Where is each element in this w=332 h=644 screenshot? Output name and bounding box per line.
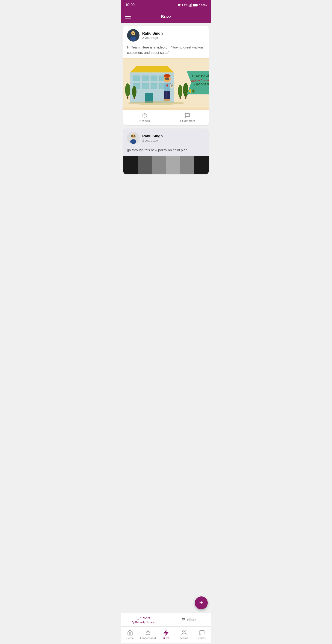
chats-icon [199, 630, 205, 636]
sort-button[interactable]: Sort By Recently Updated [121, 613, 166, 626]
svg-point-35 [164, 74, 170, 78]
sort-sublabel: By Recently Updated [132, 621, 156, 624]
svg-rect-44 [170, 84, 173, 88]
nav-item-leaderboard[interactable]: Leaderboard [139, 627, 157, 642]
wifi-icon [177, 4, 181, 7]
svg-rect-6 [197, 4, 198, 6]
status-bar: 10:00 LTE 100% [121, 0, 211, 10]
comment-icon [185, 113, 190, 118]
nav-item-teams[interactable]: Teams [175, 627, 193, 642]
svg-rect-45 [170, 83, 171, 84]
svg-point-29 [178, 85, 182, 97]
nav-item-home[interactable]: Home [121, 627, 139, 642]
comments-stat[interactable]: 1 Comment [166, 110, 209, 126]
fab-plus-icon: + [199, 599, 203, 606]
svg-rect-41 [167, 91, 170, 100]
svg-point-68 [184, 619, 185, 620]
post-author-2: RahulSingh [142, 134, 163, 138]
svg-point-74 [184, 630, 186, 632]
svg-rect-2 [190, 4, 191, 7]
post-text-1: Hi Team, Here is a video on "How to gree… [123, 44, 209, 58]
svg-rect-26 [127, 96, 128, 98]
svg-rect-32 [185, 96, 186, 98]
nav-item-chats[interactable]: Chats [193, 627, 211, 642]
svg-point-25 [125, 83, 131, 96]
views-count: 2 Views [140, 119, 150, 122]
svg-rect-5 [193, 4, 197, 6]
svg-text:& BOOST SALES: & BOOST SALES [193, 82, 209, 86]
comments-count: 1 Comment [179, 119, 195, 122]
home-icon [127, 630, 133, 636]
post-time-1: 2 years ago [142, 36, 163, 40]
status-icons: LTE 100% [177, 4, 207, 7]
menu-button[interactable] [125, 15, 131, 18]
svg-rect-30 [179, 97, 181, 99]
filter-button[interactable]: Filter [166, 613, 211, 626]
leaderboard-icon [145, 630, 151, 636]
svg-point-73 [183, 630, 184, 632]
post-text-2: go through this new policy on child plan [123, 147, 209, 156]
filter-label: Filter [187, 618, 196, 622]
svg-marker-15 [130, 66, 173, 72]
eye-icon [142, 113, 147, 118]
teams-icon [181, 630, 187, 636]
svg-point-55 [144, 115, 145, 116]
svg-marker-72 [164, 630, 168, 635]
post-time-2: 2 years ago [142, 139, 163, 142]
svg-rect-22 [151, 83, 157, 89]
svg-rect-28 [134, 97, 135, 99]
svg-rect-17 [142, 76, 149, 81]
page-title: Buzz [161, 14, 171, 20]
post-author-1: RahulSingh [142, 32, 163, 36]
sort-icon [137, 616, 142, 620]
nav-label-buzz: Buzz [163, 636, 169, 640]
sort-label: Sort [143, 616, 150, 620]
battery-text: 100% [199, 4, 207, 7]
svg-point-33 [128, 101, 185, 105]
fab-add-button[interactable]: + [195, 596, 208, 609]
svg-point-27 [132, 86, 137, 97]
svg-rect-40 [164, 91, 167, 100]
post-header-1: RahulSingh 2 years ago [123, 26, 209, 44]
nav-label-chats: Chats [198, 636, 205, 640]
nav-item-buzz[interactable]: Buzz [157, 627, 175, 642]
post-footer-1: 2 Views 1 Comment [123, 110, 209, 126]
views-stat[interactable]: 2 Views [123, 110, 166, 126]
svg-text:Walk-In Customers: Walk-In Customers [191, 78, 209, 82]
bottom-nav: Home Leaderboard Buzz Teams Chats [121, 626, 211, 642]
svg-text:HOW TO GREET: HOW TO GREET [192, 74, 209, 78]
signal-icon [189, 4, 192, 7]
svg-point-12 [130, 36, 136, 41]
video-thumbnail-1[interactable]: HOW TO GREET Walk-In Customers & BOOST S… [123, 58, 209, 110]
sort-filter-bar: Sort By Recently Updated Filter [121, 612, 211, 626]
svg-point-61 [130, 139, 136, 144]
home-indicator [121, 642, 211, 644]
svg-rect-0 [189, 5, 189, 7]
status-time: 10:00 [125, 3, 135, 7]
post-card-1: RahulSingh 2 years ago Hi Team, Here is … [123, 26, 209, 126]
svg-rect-1 [189, 4, 190, 7]
lte-text: LTE [182, 4, 188, 7]
post-card-2: RahulSingh 2 years ago go through this n… [123, 128, 209, 174]
buzz-icon [163, 630, 169, 636]
svg-rect-21 [142, 83, 149, 89]
nav-label-home: Home [126, 636, 134, 640]
svg-rect-16 [133, 76, 140, 81]
main-content: RahulSingh 2 years ago Hi Team, Here is … [121, 23, 211, 612]
app-header: Buzz [121, 10, 211, 23]
svg-point-70 [183, 620, 183, 621]
svg-point-31 [183, 83, 188, 97]
svg-rect-3 [191, 4, 192, 7]
nav-label-leaderboard: Leaderboard [140, 636, 156, 640]
svg-point-66 [182, 618, 183, 619]
avatar-1 [127, 29, 140, 42]
battery-icon [193, 4, 198, 7]
svg-rect-18 [151, 76, 157, 81]
filter-icon [181, 618, 186, 622]
post-header-2: RahulSingh 2 years ago [123, 128, 209, 147]
nav-label-teams: Teams [180, 636, 188, 640]
svg-point-43 [166, 99, 170, 101]
post-image-strip [123, 156, 209, 174]
svg-marker-71 [146, 630, 151, 635]
avatar-2 [127, 132, 140, 144]
